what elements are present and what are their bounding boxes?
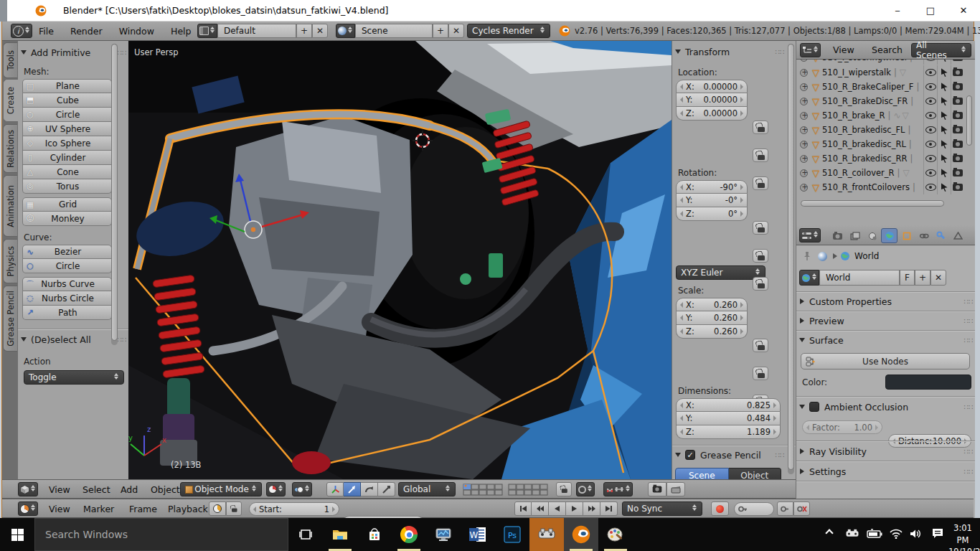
blender-taskbar-button[interactable]: [564, 518, 598, 551]
sync-mode-select[interactable]: No Sync: [622, 501, 702, 516]
system-monitor-taskbar-button[interactable]: [426, 518, 461, 551]
visibility-eye-icon[interactable]: [925, 60, 936, 61]
render-engine-select[interactable]: Cycles Render: [467, 24, 550, 38]
scene-name[interactable]: Scene: [355, 24, 433, 38]
tray-battery-icon[interactable]: [867, 528, 882, 542]
selectable-cursor-icon[interactable]: [941, 140, 948, 149]
tab-modifiers[interactable]: [933, 228, 949, 243]
renderable-camera-icon[interactable]: [953, 112, 963, 119]
scale-y-field[interactable]: Y:0.260: [676, 311, 748, 325]
world-name-field[interactable]: World: [819, 270, 900, 286]
lock-scale-x-icon[interactable]: [753, 339, 768, 352]
insert-keyframe-button[interactable]: [777, 501, 793, 516]
add-bezier-button[interactable]: ∿Bezier: [22, 245, 112, 259]
snap-select[interactable]: [603, 482, 633, 496]
expand-icon[interactable]: [800, 69, 808, 77]
expand-icon[interactable]: [800, 112, 808, 120]
opengl-render-anim-button[interactable]: [666, 482, 685, 496]
panel-grip-icon[interactable]: [117, 49, 129, 57]
outliner-item[interactable]: ▽510_R_BrakeCaliper_F|: [796, 80, 967, 94]
scale-x-field[interactable]: X:0.260: [676, 298, 748, 311]
tray-controller-icon[interactable]: [845, 528, 859, 542]
proportional-edit-select[interactable]: [576, 482, 595, 496]
tab-world[interactable]: [881, 228, 897, 243]
add-layout-button[interactable]: +: [296, 24, 312, 38]
visibility-eye-icon[interactable]: [925, 169, 936, 176]
renderable-camera-icon[interactable]: [953, 169, 963, 176]
npanel-scrollbar-track[interactable]: [788, 44, 794, 474]
add-uv-sphere-button[interactable]: ⊕UV Sphere: [22, 122, 112, 136]
add-menu[interactable]: Add: [114, 480, 144, 499]
outliner-item[interactable]: ▽510_R_brakedisc_RL|: [796, 137, 967, 151]
mode-select[interactable]: Object Mode: [180, 482, 262, 496]
screen-layout-name[interactable]: Default: [217, 24, 296, 38]
taskbar-clock[interactable]: 3:01 PM 19/10/2015: [948, 522, 977, 551]
auto-keyframe-button[interactable]: [711, 501, 729, 516]
viewport-3d[interactable]: User Persp (2) 13B z y x: [128, 41, 672, 479]
frame-start-field[interactable]: Start:1: [249, 502, 339, 516]
custom-properties-panel-header[interactable]: Custom Properties: [796, 294, 975, 309]
panel-grip-icon[interactable]: [963, 448, 975, 456]
location-y-field[interactable]: Y:0.00000: [676, 93, 748, 107]
add-grid-button[interactable]: ▦Grid: [22, 197, 112, 212]
outliner-item[interactable]: ▽510_I_wiperstalk|▽: [796, 65, 967, 80]
jump-to-end-button[interactable]: [600, 501, 618, 516]
selectable-cursor-icon[interactable]: [941, 183, 948, 192]
timeline-menu-view[interactable]: View: [42, 499, 77, 519]
keying-set-field[interactable]: [734, 502, 774, 516]
screen-layout-icon-button[interactable]: [197, 24, 217, 38]
delete-layout-button[interactable]: ✕: [312, 24, 328, 38]
renderable-camera-icon[interactable]: [953, 155, 963, 162]
layers-grid-right-icon[interactable]: [508, 484, 549, 496]
maximize-button[interactable]: [914, 0, 947, 22]
ao-factor-field[interactable]: Factor:1.00: [802, 420, 882, 434]
outliner-item[interactable]: ▽510_R_frontCoilovers|: [796, 180, 967, 194]
add-cube-button[interactable]: ⬒Cube: [22, 93, 112, 108]
menu-help[interactable]: Help: [164, 22, 198, 41]
delete-keyframe-button[interactable]: [793, 501, 810, 516]
minimize-button[interactable]: [881, 0, 914, 22]
gp-object-toggle[interactable]: Object: [729, 468, 782, 479]
expand-icon[interactable]: [800, 169, 808, 177]
tab-render[interactable]: [829, 228, 846, 243]
tab-relations[interactable]: Relations: [3, 124, 17, 173]
new-datablock-button[interactable]: +: [915, 270, 930, 286]
fake-user-button[interactable]: F: [900, 270, 915, 286]
grease-pencil-checkbox[interactable]: [685, 450, 695, 460]
tab-animation[interactable]: Animation: [3, 175, 17, 237]
panel-grip-icon[interactable]: [963, 468, 975, 476]
add-scene-button[interactable]: +: [433, 24, 448, 38]
add-cone-button[interactable]: △Cone: [22, 165, 112, 179]
windows-store-taskbar-button[interactable]: [357, 518, 392, 551]
preview-panel-header[interactable]: Preview: [796, 314, 975, 328]
jump-next-keyframe-button[interactable]: [583, 501, 600, 516]
world-datablock-icon-button[interactable]: [799, 270, 819, 286]
renderable-camera-icon[interactable]: [953, 98, 963, 105]
grease-pencil-panel-header[interactable]: Grease Pencil: [672, 448, 796, 462]
editor-type-outliner-button[interactable]: [800, 43, 821, 57]
lock-scale-y-icon[interactable]: [753, 367, 768, 380]
taskbar-search-box[interactable]: Search Windows: [34, 518, 288, 551]
add-nurbs-circle-button[interactable]: ◌Nurbs Circle: [22, 291, 112, 306]
lock-to-scene-button[interactable]: [556, 482, 572, 496]
panel-grip-icon[interactable]: [963, 298, 975, 306]
manipulator-axis-button[interactable]: [326, 482, 344, 496]
rotation-mode-select[interactable]: XYZ Euler: [676, 265, 765, 280]
visibility-eye-icon[interactable]: [925, 98, 936, 105]
settings-panel-header[interactable]: Settings: [796, 464, 975, 479]
outliner-hscrollbar-thumb[interactable]: [801, 200, 944, 207]
panel-grip-icon[interactable]: [963, 403, 975, 411]
selectable-cursor-icon[interactable]: [941, 126, 948, 134]
ambient-occlusion-checkbox[interactable]: [809, 402, 819, 412]
selectable-cursor-icon[interactable]: [941, 68, 948, 77]
editor-type-timeline-button[interactable]: [18, 501, 38, 516]
use-nodes-button[interactable]: Use Nodes: [801, 353, 970, 369]
gp-scene-toggle[interactable]: Scene: [675, 468, 729, 479]
scene-icon-button[interactable]: [336, 24, 355, 38]
dimension-z-field[interactable]: Z:1.189: [676, 425, 781, 439]
pivot-point-select[interactable]: [292, 482, 312, 496]
tray-chevron-icon[interactable]: [826, 530, 832, 536]
outliner-item[interactable]: ▽510_R_brakedisc_FL|: [796, 123, 967, 137]
expand-icon[interactable]: [800, 126, 808, 134]
expand-icon[interactable]: [800, 98, 808, 105]
